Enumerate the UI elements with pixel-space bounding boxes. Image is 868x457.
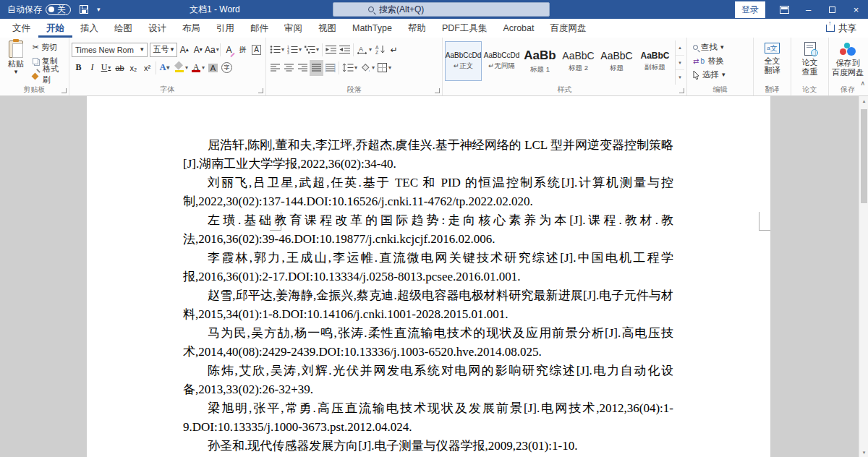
decrease-indent-button[interactable] (324, 42, 338, 58)
shading-button[interactable]: ▾ (359, 60, 376, 76)
style-normal[interactable]: AaBbCcDd ↵正文 (445, 41, 482, 81)
save-icon[interactable] (80, 5, 88, 14)
autosave-control[interactable]: 自动保存 关 (7, 4, 71, 16)
select-button[interactable]: 选择 ▾ (693, 68, 751, 82)
tab-baidu-netdisk[interactable]: 百度网盘 (542, 19, 594, 38)
styles-gallery-more-icon[interactable]: ▾ (676, 70, 684, 85)
reference-paragraph[interactable]: 刘丽飞,吕卫星,武超,任英.基于 TEC 和 PID 的恒温控制系统[J].计算… (183, 174, 673, 211)
show-hide-marks-button[interactable]: ↵ (387, 42, 401, 58)
minimize-button[interactable]: – (796, 0, 820, 19)
tab-file[interactable]: 文件 (4, 19, 38, 38)
italic-button[interactable]: I (85, 60, 99, 76)
bold-button[interactable]: B (72, 60, 85, 76)
restore-button[interactable] (820, 0, 844, 19)
font-size-combobox[interactable]: 五号 ▾ (150, 43, 178, 57)
increase-indent-button[interactable] (338, 42, 352, 58)
sort-button[interactable]: AZ (373, 42, 387, 58)
clear-formatting-button[interactable]: A (222, 42, 236, 58)
tab-home[interactable]: 开始 (38, 19, 72, 38)
grow-font-button[interactable]: A▴ (177, 42, 191, 58)
paragraph-dialog-launcher-icon[interactable] (435, 88, 440, 93)
style-heading1[interactable]: AaBb 标题 1 (522, 41, 558, 81)
qat-customize-chevron-icon[interactable]: ▾ (97, 7, 101, 13)
shrink-font-button[interactable]: A▾ (191, 42, 205, 58)
cut-button[interactable]: ✂ 剪切 (31, 40, 67, 54)
line-spacing-button[interactable]: ▾ (341, 60, 359, 76)
tab-mathtype[interactable]: MathType (344, 19, 400, 38)
signin-button[interactable]: 登录 (735, 1, 765, 18)
phonetic-guide-button[interactable]: 拼 (236, 42, 250, 58)
reference-paragraph[interactable]: 屈浩轩,陈刚,董和夫,李江坪,乔超杰,虞佳兴.基于神经网络的 LCL 型并网逆变… (183, 136, 673, 174)
reference-paragraph[interactable]: 马为民,吴方劼,杨一鸣,张涛.柔性直流输电技术的现状及应用前景分析[J].高电压… (183, 324, 673, 362)
align-center-button[interactable] (282, 60, 296, 76)
asian-layout-button[interactable]: A ▾ (355, 42, 373, 58)
clipboard-dialog-launcher-icon[interactable] (61, 88, 67, 93)
style-title[interactable]: AaBbC 标题 (598, 41, 635, 81)
reference-paragraph[interactable]: 梁旭明,张平,常勇.高压直流输电技术现状及发展前景[J].电网技术,2012,3… (183, 399, 673, 437)
character-shading-button[interactable]: A (206, 60, 220, 76)
tab-help[interactable]: 帮助 (400, 19, 434, 38)
vertical-scrollbar[interactable]: ▴ ▾ (859, 96, 868, 457)
align-right-button[interactable] (296, 60, 310, 76)
document-page[interactable]: 屈浩轩,陈刚,董和夫,李江坪,乔超杰,虞佳兴.基于神经网络的 LCL 型并网逆变… (87, 96, 770, 457)
style-heading2[interactable]: AaBbC 标题 2 (560, 41, 597, 81)
change-case-button[interactable]: Aa▾ (205, 42, 218, 58)
scrollbar-down-icon[interactable]: ▾ (859, 448, 868, 457)
styles-scroll-down-icon[interactable]: ▾ (676, 56, 684, 71)
justify-button[interactable] (310, 60, 323, 76)
search-input[interactable]: 搜索(Alt+Q) (333, 2, 550, 17)
tab-acrobat[interactable]: Acrobat (495, 19, 542, 38)
tab-mailings[interactable]: 邮件 (242, 19, 276, 38)
enclose-characters-button[interactable]: 字 (220, 60, 234, 76)
styles-dialog-launcher-icon[interactable] (679, 88, 684, 93)
reference-paragraph[interactable]: 赵雪,邱平达,姜海静,金振兴,蔡克迪.超级电容器电极材料研究最新进展[J].电子… (183, 286, 673, 324)
collapse-ribbon-icon[interactable]: ∧ (860, 80, 865, 87)
text-effects-button[interactable]: A▾ (158, 60, 171, 76)
ribbon-display-options-icon[interactable] (780, 6, 789, 14)
find-button[interactable]: 查找 ▾ (693, 40, 751, 54)
strikethrough-button[interactable]: ab (113, 60, 127, 76)
scrollbar-thumb[interactable] (861, 109, 867, 203)
replace-button[interactable]: ⇄b 替换 (693, 54, 751, 68)
distribute-button[interactable] (323, 60, 337, 76)
tab-design[interactable]: 设计 (140, 19, 174, 38)
tab-view[interactable]: 视图 (310, 19, 344, 38)
reference-paragraph[interactable]: 李霞林,郭力,王成山,李运帷.直流微电网关键技术研究综述[J].中国电机工程学报… (183, 249, 673, 286)
styles-scroll-up-icon[interactable]: ▴ (676, 40, 684, 56)
paper-check-button[interactable]: 论文 查重 (802, 40, 818, 85)
scrollbar-up-icon[interactable]: ▴ (859, 96, 868, 106)
autosave-toggle[interactable]: 关 (46, 4, 71, 15)
document-text[interactable]: 屈浩轩,陈刚,董和夫,李江坪,乔超杰,虞佳兴.基于神经网络的 LCL 型并网逆变… (183, 136, 673, 456)
reference-paragraph[interactable]: 陈炜,艾欣,吴涛,刘辉.光伏并网发电系统对电网的影响研究综述[J].电力自动化设… (183, 362, 673, 399)
superscript-button[interactable]: x² (140, 60, 154, 76)
share-button[interactable]: 共享 (826, 19, 868, 38)
tab-draw[interactable]: 绘图 (106, 19, 140, 38)
reference-paragraph[interactable]: 孙圣和.现代传感器发展方向[J].电子测量与仪器学报,2009,23(01):1… (183, 437, 673, 456)
style-subtitle[interactable]: AaBbC 副标题 (637, 41, 673, 81)
style-no-spacing[interactable]: AaBbCcDd ↵无间隔 (483, 41, 520, 81)
tab-review[interactable]: 审阅 (276, 19, 310, 38)
save-to-netdisk-button[interactable]: 保存到 百度网盘 (832, 40, 864, 85)
bullets-button[interactable]: ▾ (268, 42, 286, 58)
font-name-combobox[interactable]: Times New Rom ▾ (72, 43, 148, 57)
borders-button[interactable]: ▾ (376, 60, 393, 76)
tab-pdf-tools[interactable]: PDF工具集 (434, 19, 495, 38)
font-dialog-launcher-icon[interactable] (258, 88, 263, 93)
text-highlight-button[interactable]: ▾ (171, 60, 190, 76)
tab-references[interactable]: 引用 (208, 19, 242, 38)
align-left-button[interactable] (268, 60, 282, 76)
multilevel-list-button[interactable]: ▾ (303, 42, 320, 58)
character-border-button[interactable]: A (250, 42, 263, 58)
reference-paragraph[interactable]: 左璜.基础教育课程改革的国际趋势:走向核心素养为本[J].课程.教材.教法,20… (183, 211, 673, 249)
font-color-button[interactable]: A ▾ (190, 60, 206, 76)
paste-button[interactable]: 粘贴 ▾ (2, 40, 30, 85)
close-button[interactable]: × (844, 0, 868, 19)
numbering-button[interactable]: 123 ▾ (286, 42, 303, 58)
subscript-button[interactable]: x₂ (127, 60, 140, 76)
tab-layout[interactable]: 布局 (174, 19, 208, 38)
underline-button[interactable]: U▾ (99, 60, 113, 76)
full-text-translate-button[interactable]: a文 全文 翻译 (765, 40, 780, 85)
tab-insert[interactable]: 插入 (72, 19, 106, 38)
font-size-value: 五号 (153, 44, 169, 55)
format-painter-button[interactable]: 格式刷 (31, 68, 67, 81)
